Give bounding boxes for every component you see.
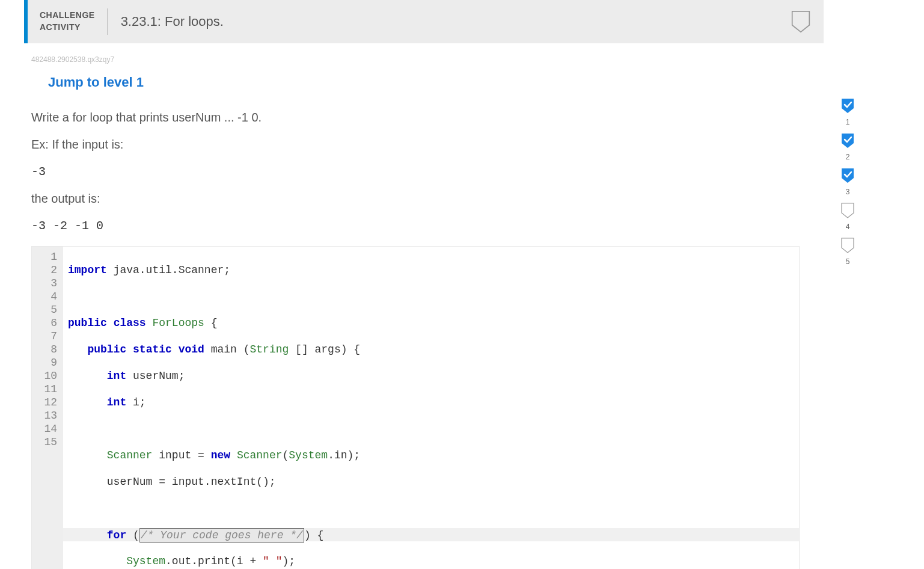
- level-badge-empty-icon: [840, 202, 855, 219]
- level-3[interactable]: 3: [840, 167, 855, 196]
- shield-icon: [790, 10, 812, 34]
- output-label: the output is:: [31, 192, 800, 206]
- level-number: 2: [846, 153, 850, 161]
- level-badge-done-icon: [840, 132, 855, 149]
- activity-title: 3.23.1: For loops.: [108, 0, 237, 43]
- main-column: CHALLENGE ACTIVITY 3.23.1: For loops. 48…: [0, 0, 824, 569]
- level-badge-empty-icon: [840, 237, 855, 254]
- line-gutter: 1 2 3 4 5 6 7 8 9 10 11 12 13 14 15: [32, 247, 63, 569]
- shield-icon: [837, 12, 858, 36]
- header-label-1: CHALLENGE: [40, 10, 95, 22]
- editable-region[interactable]: /* Your code goes here */: [139, 528, 304, 543]
- activity-header: CHALLENGE ACTIVITY 3.23.1: For loops.: [24, 0, 824, 43]
- level-badge-done-icon: [840, 167, 855, 184]
- example-label: Ex: If the input is:: [31, 138, 800, 152]
- prompt-text: Write a for loop that prints userNum ...…: [31, 111, 800, 125]
- page-root: CHALLENGE ACTIVITY 3.23.1: For loops. 48…: [0, 0, 924, 569]
- level-number: 4: [846, 223, 850, 231]
- code-editor[interactable]: 1 2 3 4 5 6 7 8 9 10 11 12 13 14 15 impo…: [31, 246, 800, 569]
- code-content[interactable]: import java.util.Scanner; public class F…: [63, 247, 799, 569]
- level-sidebar: 1 2 3 4 5: [824, 0, 872, 569]
- header-label-2: ACTIVITY: [40, 22, 95, 34]
- example-input: -3: [31, 165, 800, 179]
- level-5[interactable]: 5: [840, 237, 855, 266]
- level-2[interactable]: 2: [840, 132, 855, 161]
- level-number: 5: [846, 257, 850, 266]
- activity-type-label: CHALLENGE ACTIVITY: [28, 0, 107, 43]
- level-number: 1: [846, 118, 850, 126]
- header-badge: [778, 0, 824, 43]
- level-badge-done-icon: [840, 97, 855, 114]
- example-output: -3 -2 -1 0: [31, 219, 800, 233]
- level-4[interactable]: 4: [840, 202, 855, 231]
- content-area: 482488.2902538.qx3zqy7 Jump to level 1 W…: [0, 43, 824, 569]
- hash-id: 482488.2902538.qx3zqy7: [31, 55, 800, 64]
- level-1[interactable]: 1: [840, 97, 855, 126]
- level-number: 3: [846, 188, 850, 196]
- jump-to-level-link[interactable]: Jump to level 1: [31, 75, 800, 90]
